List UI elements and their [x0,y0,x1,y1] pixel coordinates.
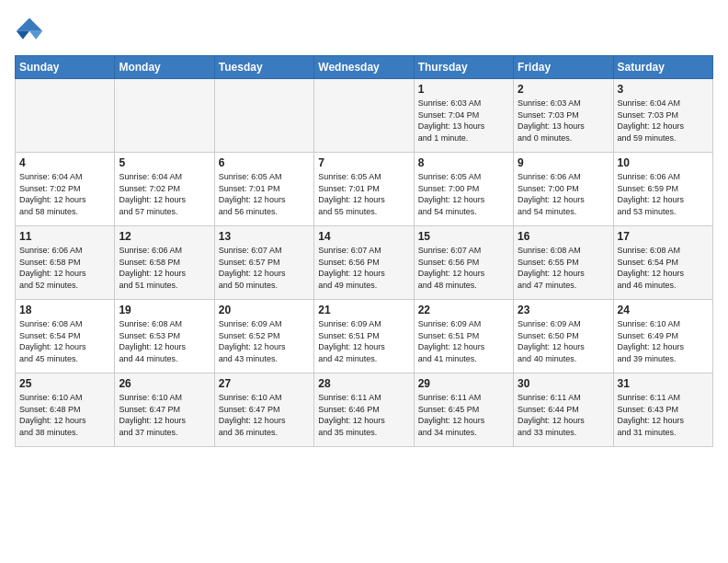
calendar-cell: 17Sunrise: 6:08 AM Sunset: 6:54 PM Dayli… [613,226,712,300]
day-info: Sunrise: 6:09 AM Sunset: 6:51 PM Dayligh… [318,318,409,364]
calendar-cell: 13Sunrise: 6:07 AM Sunset: 6:57 PM Dayli… [214,226,313,300]
week-row-1: 1Sunrise: 6:03 AM Sunset: 7:04 PM Daylig… [16,79,713,153]
calendar-cell: 5Sunrise: 6:04 AM Sunset: 7:02 PM Daylig… [115,153,214,226]
day-info: Sunrise: 6:07 AM Sunset: 6:57 PM Dayligh… [219,245,310,291]
column-header-saturday: Saturday [613,56,712,79]
day-info: Sunrise: 6:06 AM Sunset: 6:58 PM Dayligh… [119,245,210,291]
calendar-cell: 24Sunrise: 6:10 AM Sunset: 6:49 PM Dayli… [613,300,712,373]
day-info: Sunrise: 6:08 AM Sunset: 6:54 PM Dayligh… [19,318,110,364]
column-header-thursday: Thursday [414,56,513,79]
day-info: Sunrise: 6:07 AM Sunset: 6:56 PM Dayligh… [318,245,409,291]
day-number: 16 [518,230,609,243]
day-info: Sunrise: 6:08 AM Sunset: 6:54 PM Dayligh… [618,245,709,291]
calendar-cell [314,79,414,153]
day-info: Sunrise: 6:11 AM Sunset: 6:45 PM Dayligh… [418,392,509,438]
day-info: Sunrise: 6:06 AM Sunset: 7:00 PM Dayligh… [518,171,609,217]
calendar-cell: 29Sunrise: 6:11 AM Sunset: 6:45 PM Dayli… [414,373,513,447]
day-info: Sunrise: 6:09 AM Sunset: 6:50 PM Dayligh… [518,318,609,364]
day-info: Sunrise: 6:10 AM Sunset: 6:48 PM Dayligh… [19,392,110,438]
day-number: 21 [318,304,409,316]
day-info: Sunrise: 6:10 AM Sunset: 6:47 PM Dayligh… [219,392,310,438]
day-info: Sunrise: 6:10 AM Sunset: 6:47 PM Dayligh… [119,392,210,438]
day-number: 26 [119,377,210,390]
column-header-monday: Monday [115,56,214,79]
calendar-cell: 10Sunrise: 6:06 AM Sunset: 6:59 PM Dayli… [613,153,712,226]
calendar-cell: 7Sunrise: 6:05 AM Sunset: 7:01 PM Daylig… [314,153,414,226]
day-info: Sunrise: 6:05 AM Sunset: 7:00 PM Dayligh… [418,171,509,217]
day-number: 6 [219,156,310,169]
week-row-5: 25Sunrise: 6:10 AM Sunset: 6:48 PM Dayli… [16,373,713,447]
day-number: 20 [219,304,310,316]
svg-marker-2 [17,31,29,40]
day-number: 25 [19,377,110,390]
calendar-cell: 19Sunrise: 6:08 AM Sunset: 6:53 PM Dayli… [115,300,214,373]
day-info: Sunrise: 6:06 AM Sunset: 6:58 PM Dayligh… [19,245,110,291]
day-number: 31 [618,377,709,390]
day-number: 22 [418,304,509,316]
logo-icon [15,15,44,44]
calendar-cell: 21Sunrise: 6:09 AM Sunset: 6:51 PM Dayli… [314,300,414,373]
calendar-cell: 20Sunrise: 6:09 AM Sunset: 6:52 PM Dayli… [214,300,313,373]
day-number: 17 [618,230,709,243]
day-info: Sunrise: 6:08 AM Sunset: 6:55 PM Dayligh… [518,245,609,291]
day-info: Sunrise: 6:10 AM Sunset: 6:49 PM Dayligh… [618,318,709,364]
day-number: 29 [418,377,509,390]
day-number: 1 [418,83,509,96]
day-number: 10 [618,156,709,169]
day-info: Sunrise: 6:04 AM Sunset: 7:02 PM Dayligh… [119,171,210,217]
week-row-3: 11Sunrise: 6:06 AM Sunset: 6:58 PM Dayli… [16,226,713,300]
calendar-cell: 15Sunrise: 6:07 AM Sunset: 6:56 PM Dayli… [414,226,513,300]
page-header [15,15,713,44]
calendar-cell: 22Sunrise: 6:09 AM Sunset: 6:51 PM Dayli… [414,300,513,373]
calendar-cell: 28Sunrise: 6:11 AM Sunset: 6:46 PM Dayli… [314,373,414,447]
day-info: Sunrise: 6:11 AM Sunset: 6:44 PM Dayligh… [518,392,609,438]
calendar-cell: 8Sunrise: 6:05 AM Sunset: 7:00 PM Daylig… [414,153,513,226]
day-info: Sunrise: 6:07 AM Sunset: 6:56 PM Dayligh… [418,245,509,291]
day-number: 9 [518,156,609,169]
column-header-tuesday: Tuesday [214,56,313,79]
day-number: 18 [19,304,110,316]
day-info: Sunrise: 6:04 AM Sunset: 7:02 PM Dayligh… [19,171,110,217]
day-info: Sunrise: 6:05 AM Sunset: 7:01 PM Dayligh… [219,171,310,217]
week-row-4: 18Sunrise: 6:08 AM Sunset: 6:54 PM Dayli… [16,300,713,373]
column-header-friday: Friday [514,56,613,79]
calendar-cell [115,79,214,153]
day-info: Sunrise: 6:03 AM Sunset: 7:03 PM Dayligh… [518,98,609,144]
day-info: Sunrise: 6:05 AM Sunset: 7:01 PM Dayligh… [318,171,409,217]
day-number: 30 [518,377,609,390]
calendar-cell [214,79,313,153]
day-number: 14 [318,230,409,243]
calendar-cell: 27Sunrise: 6:10 AM Sunset: 6:47 PM Dayli… [214,373,313,447]
day-number: 12 [119,230,210,243]
day-number: 4 [19,156,110,169]
svg-marker-0 [17,18,42,31]
day-number: 13 [219,230,310,243]
day-number: 19 [119,304,210,316]
calendar-cell [16,79,115,153]
day-number: 28 [318,377,409,390]
calendar-cell: 4Sunrise: 6:04 AM Sunset: 7:02 PM Daylig… [16,153,115,226]
day-number: 11 [19,230,110,243]
calendar-cell: 3Sunrise: 6:04 AM Sunset: 7:03 PM Daylig… [613,79,712,153]
calendar-cell: 14Sunrise: 6:07 AM Sunset: 6:56 PM Dayli… [314,226,414,300]
day-number: 15 [418,230,509,243]
logo [15,15,48,44]
day-number: 24 [618,304,709,316]
day-number: 8 [418,156,509,169]
svg-marker-1 [29,31,42,40]
day-info: Sunrise: 6:11 AM Sunset: 6:46 PM Dayligh… [318,392,409,438]
calendar-cell: 6Sunrise: 6:05 AM Sunset: 7:01 PM Daylig… [214,153,313,226]
calendar-cell: 11Sunrise: 6:06 AM Sunset: 6:58 PM Dayli… [16,226,115,300]
calendar-cell: 1Sunrise: 6:03 AM Sunset: 7:04 PM Daylig… [414,79,513,153]
calendar-cell: 2Sunrise: 6:03 AM Sunset: 7:03 PM Daylig… [514,79,613,153]
day-info: Sunrise: 6:03 AM Sunset: 7:04 PM Dayligh… [418,98,509,144]
day-number: 7 [318,156,409,169]
day-info: Sunrise: 6:11 AM Sunset: 6:43 PM Dayligh… [618,392,709,438]
day-info: Sunrise: 6:09 AM Sunset: 6:51 PM Dayligh… [418,318,509,364]
day-info: Sunrise: 6:08 AM Sunset: 6:53 PM Dayligh… [119,318,210,364]
day-info: Sunrise: 6:04 AM Sunset: 7:03 PM Dayligh… [618,98,709,144]
day-info: Sunrise: 6:09 AM Sunset: 6:52 PM Dayligh… [219,318,310,364]
day-number: 5 [119,156,210,169]
day-number: 2 [518,83,609,96]
day-number: 27 [219,377,310,390]
